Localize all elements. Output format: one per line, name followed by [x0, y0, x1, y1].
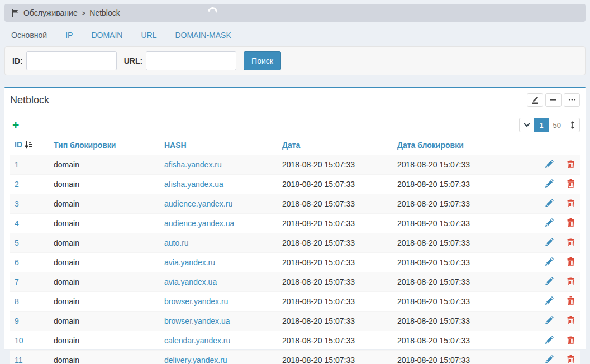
pencil-icon	[545, 336, 554, 344]
row-type-cell: domain	[49, 214, 160, 233]
edit-button[interactable]	[545, 257, 554, 266]
search-button[interactable]: Поиск	[244, 51, 281, 70]
panel-title: Netblock	[10, 94, 49, 106]
row-id-link[interactable]: 4	[15, 219, 19, 228]
id-input[interactable]	[26, 51, 117, 70]
add-button[interactable]: +	[10, 119, 19, 131]
row-hash-link[interactable]: avia.yandex.ru	[164, 258, 215, 267]
row-date-cell: 2018-08-20 15:07:33	[278, 312, 393, 331]
edit-button[interactable]	[545, 316, 554, 324]
delete-button[interactable]	[567, 199, 574, 207]
row-hash-link[interactable]: audience.yandex.ua	[164, 219, 234, 228]
row-type-cell: domain	[49, 272, 160, 292]
column-header-block-date[interactable]: Дата блокировки	[393, 136, 539, 155]
column-header-hash[interactable]: HASH	[160, 136, 278, 155]
row-date-cell: 2018-08-20 15:07:33	[278, 253, 393, 272]
table-row: 6 domain avia.yandex.ru 2018-08-20 15:07…	[10, 253, 580, 272]
edit-button[interactable]	[545, 160, 554, 168]
edit-button[interactable]	[545, 199, 554, 207]
row-hash-link[interactable]: avia.yandex.ua	[164, 277, 217, 286]
edit-button[interactable]	[545, 336, 554, 344]
tab-domain-mask[interactable]: DOMAIN-MASK	[175, 31, 231, 40]
edit-button[interactable]	[545, 218, 554, 227]
row-hash-link[interactable]: browser.yandex.ua	[164, 317, 230, 325]
trash-icon	[567, 218, 574, 227]
delete-button[interactable]	[567, 336, 574, 344]
collapse-button[interactable]	[545, 93, 562, 107]
row-id-link[interactable]: 5	[15, 238, 19, 247]
page-size-button[interactable]: 50	[549, 118, 565, 132]
panel-tools	[527, 93, 580, 107]
row-hash-link[interactable]: calendar.yandex.ru	[164, 336, 230, 345]
row-hash-link[interactable]: afisha.yandex.ua	[164, 180, 223, 189]
delete-button[interactable]	[567, 257, 574, 266]
table-row: 9 domain browser.yandex.ua 2018-08-20 15…	[10, 312, 580, 331]
table-row: 4 domain audience.yandex.ua 2018-08-20 1…	[10, 214, 580, 233]
column-header-date[interactable]: Дата	[278, 136, 393, 155]
row-type-cell: domain	[49, 253, 160, 272]
row-id-link[interactable]: 1	[15, 160, 19, 169]
delete-button[interactable]	[567, 179, 574, 188]
url-input[interactable]	[146, 51, 236, 70]
column-header-id[interactable]: ID	[10, 136, 49, 155]
delete-button[interactable]	[567, 218, 574, 227]
row-id-link[interactable]: 11	[15, 356, 23, 364]
more-button[interactable]	[564, 93, 580, 107]
row-id-link[interactable]: 7	[15, 277, 19, 286]
breadcrumb-page: Netblock	[89, 8, 120, 17]
trash-icon	[567, 355, 574, 363]
row-type-cell: domain	[49, 312, 160, 331]
tab-domain[interactable]: DOMAIN	[91, 31, 122, 40]
row-hash-link[interactable]: afisha.yandex.ru	[164, 160, 222, 169]
search-panel: ID: URL: Поиск	[4, 46, 586, 75]
table-row: 8 domain browser.yandex.ru 2018-08-20 15…	[10, 292, 580, 312]
minus-icon	[550, 97, 556, 103]
row-id-link[interactable]: 8	[15, 297, 19, 306]
column-header-type[interactable]: Тип блокировки	[49, 136, 160, 155]
row-id-link[interactable]: 10	[15, 336, 23, 345]
tab-основной[interactable]: Основной	[11, 31, 47, 40]
row-id-link[interactable]: 6	[15, 258, 19, 267]
current-page-button[interactable]: 1	[534, 118, 549, 132]
panel-header: Netblock	[4, 88, 586, 112]
row-hash-link[interactable]: auto.ru	[164, 238, 189, 247]
id-label: ID:	[12, 56, 23, 65]
pencil-icon	[545, 316, 554, 324]
row-hash-link[interactable]: audience.yandex.ru	[164, 199, 232, 208]
trash-icon	[567, 316, 574, 324]
table-row: 11 domain delivery.yandex.ru 2018-08-20 …	[10, 351, 580, 364]
delete-button[interactable]	[567, 238, 574, 246]
row-id-link[interactable]: 9	[15, 317, 19, 325]
row-block-date-cell: 2018-08-20 15:07:33	[393, 272, 539, 292]
edit-button[interactable]	[545, 238, 554, 246]
edit-button[interactable]	[545, 296, 554, 305]
row-id-link[interactable]: 3	[15, 199, 19, 208]
row-id-link[interactable]: 2	[15, 180, 19, 189]
delete-button[interactable]	[567, 160, 574, 168]
row-date-cell: 2018-08-20 15:07:33	[278, 194, 393, 214]
row-hash-link[interactable]: browser.yandex.ru	[164, 297, 228, 306]
netblock-table: ID Тип блокировки HASH Дата Дата блокиро…	[10, 136, 580, 364]
export-button[interactable]	[527, 93, 543, 107]
pagination-collapse-button[interactable]	[519, 118, 535, 132]
row-block-date-cell: 2018-08-20 15:07:33	[393, 351, 539, 364]
delete-button[interactable]	[567, 296, 574, 305]
delete-button[interactable]	[567, 277, 574, 285]
edit-button[interactable]	[545, 277, 554, 285]
tab-bar: ОсновнойIPDOMAINURLDOMAIN-MASK	[4, 31, 586, 40]
edit-button[interactable]	[545, 355, 554, 363]
delete-button[interactable]	[567, 316, 574, 324]
breadcrumb-section[interactable]: Обслуживание	[23, 8, 78, 17]
tab-ip[interactable]: IP	[65, 31, 73, 40]
tab-url[interactable]: URL	[141, 31, 156, 40]
pencil-icon	[545, 355, 554, 363]
edit-button[interactable]	[545, 179, 554, 188]
row-type-cell: domain	[49, 292, 160, 312]
row-block-date-cell: 2018-08-20 15:07:33	[393, 253, 539, 272]
row-date-cell: 2018-08-20 15:07:33	[278, 155, 393, 175]
trash-icon	[567, 238, 574, 246]
delete-button[interactable]	[567, 355, 574, 363]
row-hash-link[interactable]: delivery.yandex.ru	[164, 356, 227, 364]
table-row: 5 domain auto.ru 2018-08-20 15:07:33 201…	[10, 233, 580, 253]
row-height-button[interactable]	[565, 118, 580, 132]
